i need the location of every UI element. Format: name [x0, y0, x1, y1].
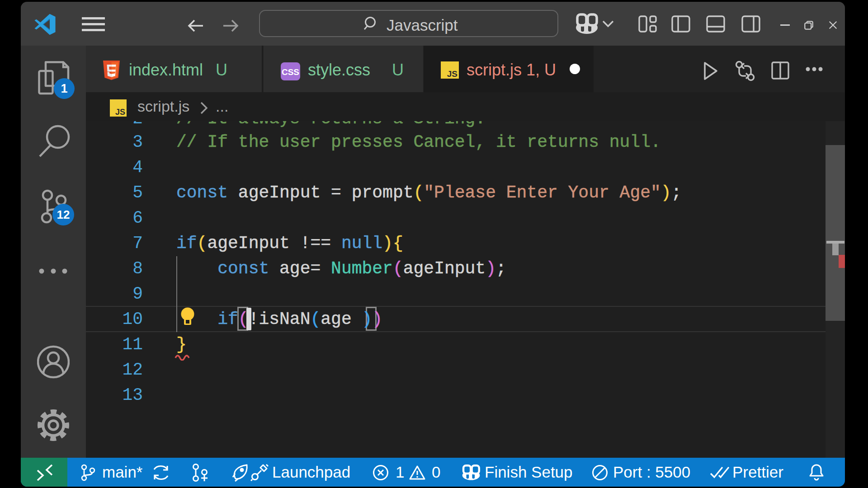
svg-text:CSS: CSS [282, 67, 299, 77]
svg-text:JS: JS [447, 69, 458, 79]
svg-text:JS: JS [115, 108, 125, 117]
